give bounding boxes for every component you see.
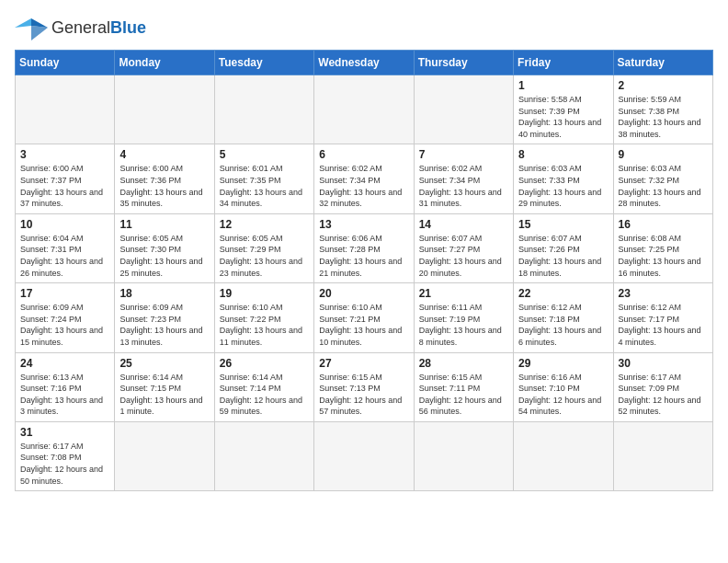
calendar-cell: 26Sunrise: 6:14 AM Sunset: 7:14 PM Dayli… — [214, 352, 313, 421]
day-info: Sunrise: 6:09 AM Sunset: 7:23 PM Dayligh… — [119, 302, 209, 348]
calendar-cell: 11Sunrise: 6:05 AM Sunset: 7:30 PM Dayli… — [115, 213, 214, 282]
calendar-cell: 18Sunrise: 6:09 AM Sunset: 7:23 PM Dayli… — [115, 283, 214, 352]
calendar-cell: 10Sunrise: 6:04 AM Sunset: 7:31 PM Dayli… — [16, 213, 115, 282]
weekday-header-thursday: Thursday — [414, 51, 513, 75]
day-number: 7 — [419, 148, 508, 161]
day-number: 19 — [220, 287, 309, 300]
calendar-cell: 19Sunrise: 6:10 AM Sunset: 7:22 PM Dayli… — [214, 283, 313, 352]
calendar-cell — [115, 421, 214, 490]
calendar-row-5: 24Sunrise: 6:13 AM Sunset: 7:16 PM Dayli… — [16, 352, 713, 421]
day-info: Sunrise: 6:12 AM Sunset: 7:18 PM Dayligh… — [518, 302, 608, 348]
calendar-cell — [414, 75, 513, 144]
weekday-header-monday: Monday — [115, 51, 214, 75]
day-number: 5 — [220, 148, 309, 161]
logo: GeneralBlue — [15, 15, 146, 40]
day-number: 30 — [619, 357, 708, 370]
day-number: 20 — [319, 287, 408, 300]
day-info: Sunrise: 6:04 AM Sunset: 7:31 PM Dayligh… — [20, 233, 109, 279]
day-number: 12 — [220, 218, 309, 231]
calendar-cell: 30Sunrise: 6:17 AM Sunset: 7:09 PM Dayli… — [613, 352, 712, 421]
calendar-cell: 8Sunrise: 6:03 AM Sunset: 7:33 PM Daylig… — [514, 144, 613, 213]
day-number: 14 — [419, 218, 508, 231]
day-number: 25 — [119, 357, 209, 370]
calendar-cell: 20Sunrise: 6:10 AM Sunset: 7:21 PM Dayli… — [314, 283, 414, 352]
day-info: Sunrise: 6:14 AM Sunset: 7:15 PM Dayligh… — [119, 372, 209, 418]
svg-marker-1 — [15, 18, 31, 28]
day-number: 18 — [119, 287, 209, 300]
day-info: Sunrise: 6:00 AM Sunset: 7:36 PM Dayligh… — [119, 163, 209, 209]
day-info: Sunrise: 6:07 AM Sunset: 7:27 PM Dayligh… — [419, 233, 508, 279]
day-info: Sunrise: 6:15 AM Sunset: 7:11 PM Dayligh… — [419, 372, 508, 418]
calendar-cell — [514, 421, 613, 490]
calendar-row-6: 31Sunrise: 6:17 AM Sunset: 7:08 PM Dayli… — [16, 421, 713, 490]
calendar-cell: 5Sunrise: 6:01 AM Sunset: 7:35 PM Daylig… — [214, 144, 313, 213]
day-info: Sunrise: 6:16 AM Sunset: 7:10 PM Dayligh… — [518, 372, 608, 418]
day-number: 1 — [518, 79, 608, 92]
day-number: 27 — [319, 357, 408, 370]
day-number: 10 — [20, 218, 109, 231]
calendar-cell: 29Sunrise: 6:16 AM Sunset: 7:10 PM Dayli… — [514, 352, 613, 421]
calendar-row-2: 3Sunrise: 6:00 AM Sunset: 7:37 PM Daylig… — [16, 144, 713, 213]
weekday-header-saturday: Saturday — [613, 51, 712, 75]
day-info: Sunrise: 6:15 AM Sunset: 7:13 PM Dayligh… — [319, 372, 408, 418]
day-info: Sunrise: 6:00 AM Sunset: 7:37 PM Dayligh… — [20, 163, 109, 209]
day-info: Sunrise: 6:10 AM Sunset: 7:22 PM Dayligh… — [220, 302, 309, 348]
day-info: Sunrise: 6:17 AM Sunset: 7:08 PM Dayligh… — [20, 441, 109, 487]
weekday-header-row: SundayMondayTuesdayWednesdayThursdayFrid… — [16, 51, 713, 75]
calendar-cell — [214, 421, 313, 490]
logo-text: GeneralBlue — [51, 18, 146, 38]
calendar-cell: 12Sunrise: 6:05 AM Sunset: 7:29 PM Dayli… — [214, 213, 313, 282]
calendar-cell: 4Sunrise: 6:00 AM Sunset: 7:36 PM Daylig… — [115, 144, 214, 213]
day-info: Sunrise: 6:02 AM Sunset: 7:34 PM Dayligh… — [419, 163, 508, 209]
calendar-cell: 3Sunrise: 6:00 AM Sunset: 7:37 PM Daylig… — [16, 144, 115, 213]
day-number: 6 — [319, 148, 408, 161]
calendar-cell — [613, 421, 712, 490]
day-number: 8 — [518, 148, 608, 161]
calendar-cell: 1Sunrise: 5:58 AM Sunset: 7:39 PM Daylig… — [514, 75, 613, 144]
calendar-cell: 28Sunrise: 6:15 AM Sunset: 7:11 PM Dayli… — [414, 352, 513, 421]
day-number: 24 — [20, 357, 109, 370]
calendar-cell: 16Sunrise: 6:08 AM Sunset: 7:25 PM Dayli… — [613, 213, 712, 282]
day-info: Sunrise: 6:10 AM Sunset: 7:21 PM Dayligh… — [319, 302, 408, 348]
day-info: Sunrise: 6:13 AM Sunset: 7:16 PM Dayligh… — [20, 372, 109, 418]
calendar-cell — [314, 421, 414, 490]
weekday-header-sunday: Sunday — [16, 51, 115, 75]
calendar-cell: 15Sunrise: 6:07 AM Sunset: 7:26 PM Dayli… — [514, 213, 613, 282]
calendar-cell: 7Sunrise: 6:02 AM Sunset: 7:34 PM Daylig… — [414, 144, 513, 213]
day-number: 15 — [518, 218, 608, 231]
day-number: 13 — [319, 218, 408, 231]
calendar-cell: 2Sunrise: 5:59 AM Sunset: 7:38 PM Daylig… — [613, 75, 712, 144]
calendar-cell: 21Sunrise: 6:11 AM Sunset: 7:19 PM Dayli… — [414, 283, 513, 352]
calendar-cell — [214, 75, 313, 144]
day-number: 28 — [419, 357, 508, 370]
calendar: SundayMondayTuesdayWednesdayThursdayFrid… — [15, 50, 713, 491]
day-number: 16 — [619, 218, 708, 231]
calendar-cell: 24Sunrise: 6:13 AM Sunset: 7:16 PM Dayli… — [16, 352, 115, 421]
day-info: Sunrise: 6:11 AM Sunset: 7:19 PM Dayligh… — [419, 302, 508, 348]
calendar-cell: 14Sunrise: 6:07 AM Sunset: 7:27 PM Dayli… — [414, 213, 513, 282]
header: GeneralBlue — [15, 15, 713, 40]
calendar-cell: 31Sunrise: 6:17 AM Sunset: 7:08 PM Dayli… — [16, 421, 115, 490]
day-info: Sunrise: 6:05 AM Sunset: 7:30 PM Dayligh… — [119, 233, 209, 279]
calendar-cell: 9Sunrise: 6:03 AM Sunset: 7:32 PM Daylig… — [613, 144, 712, 213]
day-info: Sunrise: 6:09 AM Sunset: 7:24 PM Dayligh… — [20, 302, 109, 348]
day-info: Sunrise: 6:05 AM Sunset: 7:29 PM Dayligh… — [220, 233, 309, 279]
day-info: Sunrise: 6:03 AM Sunset: 7:33 PM Dayligh… — [518, 163, 608, 209]
day-info: Sunrise: 6:14 AM Sunset: 7:14 PM Dayligh… — [220, 372, 309, 418]
day-info: Sunrise: 6:01 AM Sunset: 7:35 PM Dayligh… — [220, 163, 309, 209]
calendar-cell: 13Sunrise: 6:06 AM Sunset: 7:28 PM Dayli… — [314, 213, 414, 282]
calendar-cell: 17Sunrise: 6:09 AM Sunset: 7:24 PM Dayli… — [16, 283, 115, 352]
day-number: 21 — [419, 287, 508, 300]
day-info: Sunrise: 6:06 AM Sunset: 7:28 PM Dayligh… — [319, 233, 408, 279]
day-info: Sunrise: 5:59 AM Sunset: 7:38 PM Dayligh… — [619, 94, 708, 140]
day-number: 26 — [220, 357, 309, 370]
day-number: 4 — [119, 148, 209, 161]
calendar-cell — [314, 75, 414, 144]
calendar-row-4: 17Sunrise: 6:09 AM Sunset: 7:24 PM Dayli… — [16, 283, 713, 352]
logo-icon — [15, 15, 48, 40]
weekday-header-tuesday: Tuesday — [214, 51, 313, 75]
calendar-cell — [414, 421, 513, 490]
calendar-cell: 27Sunrise: 6:15 AM Sunset: 7:13 PM Dayli… — [314, 352, 414, 421]
calendar-cell: 22Sunrise: 6:12 AM Sunset: 7:18 PM Dayli… — [514, 283, 613, 352]
day-number: 23 — [619, 287, 708, 300]
